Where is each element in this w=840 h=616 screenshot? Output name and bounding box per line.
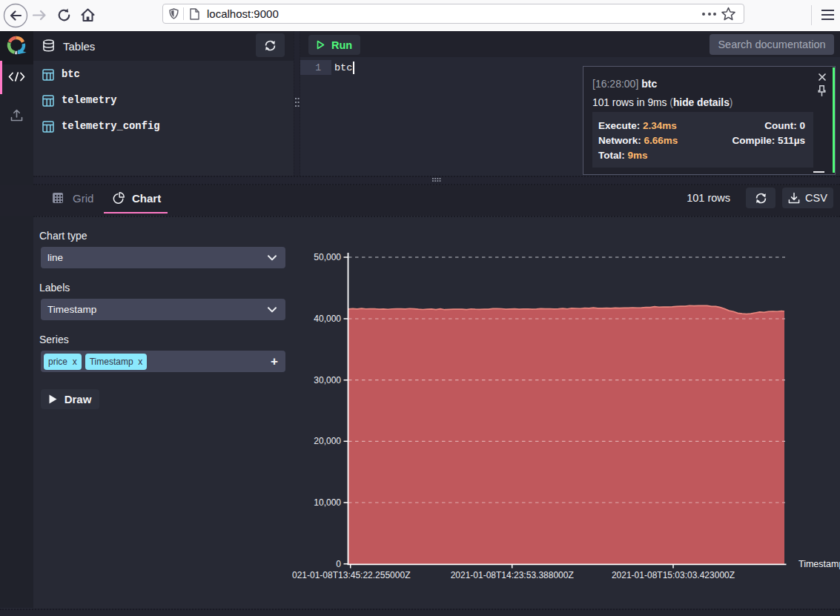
svg-text:30,000: 30,000: [314, 375, 341, 385]
svg-text:40,000: 40,000: [314, 314, 341, 324]
svg-text:50,000: 50,000: [314, 252, 341, 262]
svg-text:0: 0: [336, 559, 341, 569]
svg-text:20,000: 20,000: [314, 436, 341, 446]
svg-text:Timestamp: Timestamp: [798, 559, 840, 569]
svg-text:2021-01-08T15:03:03.423000Z: 2021-01-08T15:03:03.423000Z: [612, 570, 735, 580]
svg-text:10,000: 10,000: [314, 497, 341, 508]
svg-text:2021-01-08T14:23:53.388000Z: 2021-01-08T14:23:53.388000Z: [451, 570, 574, 580]
svg-text:021-01-08T13:45:22.255000Z: 021-01-08T13:45:22.255000Z: [292, 570, 410, 580]
